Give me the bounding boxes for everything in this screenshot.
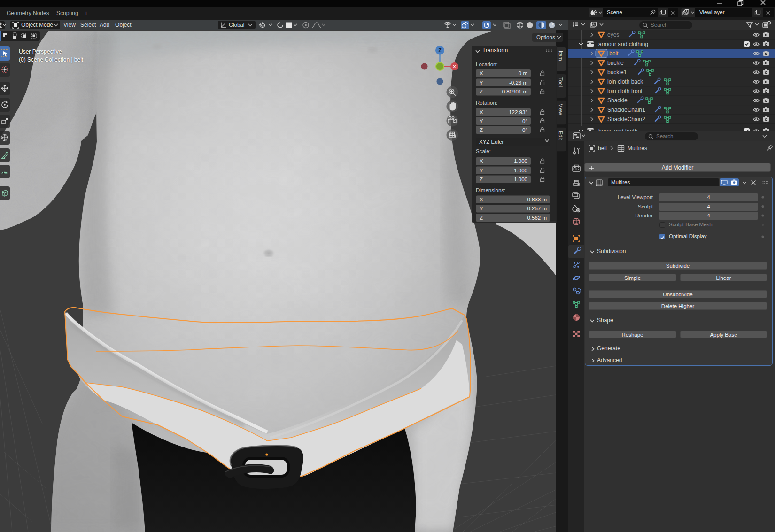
svg-text:Z: Z [480, 127, 483, 133]
svg-text:0°: 0° [522, 118, 527, 124]
svg-text:armour and clothing: armour and clothing [598, 41, 648, 47]
svg-text:Y: Y [480, 80, 483, 85]
svg-text:buckle: buckle [607, 60, 624, 66]
svg-text:Rotation:: Rotation: [476, 100, 497, 106]
svg-text:1.000: 1.000 [514, 168, 527, 173]
svg-text:0.80901 m: 0.80901 m [502, 89, 527, 94]
svg-text:1.000: 1.000 [514, 158, 527, 164]
svg-text:X: X [480, 197, 483, 202]
svg-text:122.93°: 122.93° [509, 109, 527, 115]
svg-text:Shackle: Shackle [607, 97, 628, 104]
svg-text:Y: Y [480, 118, 483, 124]
svg-text:0.257 m: 0.257 m [527, 206, 547, 211]
svg-text:0.562 m: 0.562 m [527, 215, 547, 221]
svg-text:X: X [480, 158, 483, 164]
svg-text:Z: Z [480, 89, 483, 94]
svg-text:loin cloth back: loin cloth back [607, 78, 643, 85]
svg-text:Location:: Location: [476, 62, 498, 67]
svg-text:Z: Z [480, 215, 483, 221]
svg-text:belt: belt [598, 145, 607, 152]
svg-text:ShackleChain2: ShackleChain2 [607, 116, 645, 123]
svg-text:0.833 m: 0.833 m [527, 197, 547, 202]
svg-text:Y: Y [480, 168, 483, 173]
svg-text:X: X [453, 64, 456, 69]
svg-text:XYZ Euler: XYZ Euler [479, 139, 504, 145]
svg-text:X: X [480, 70, 483, 76]
svg-text:Z: Z [438, 48, 441, 53]
svg-text:ShackleChain1: ShackleChain1 [607, 107, 645, 113]
svg-text:1.000: 1.000 [514, 177, 527, 182]
svg-text:0 m: 0 m [519, 70, 527, 76]
svg-text:Y: Y [480, 206, 483, 211]
svg-text:Multires: Multires [628, 145, 647, 152]
svg-text:X: X [480, 109, 483, 115]
svg-text:Dimensions:: Dimensions: [476, 187, 505, 193]
svg-text:Scale:: Scale: [476, 148, 491, 154]
svg-text:-0.26 m: -0.26 m [509, 80, 527, 85]
svg-text:loin cloth front: loin cloth front [607, 88, 643, 94]
svg-text:buckle1: buckle1 [607, 69, 627, 76]
svg-text:Z: Z [480, 177, 483, 182]
svg-text:eyes: eyes [607, 31, 619, 38]
svg-text:0°: 0° [522, 127, 527, 133]
svg-text:belt: belt [609, 50, 619, 57]
